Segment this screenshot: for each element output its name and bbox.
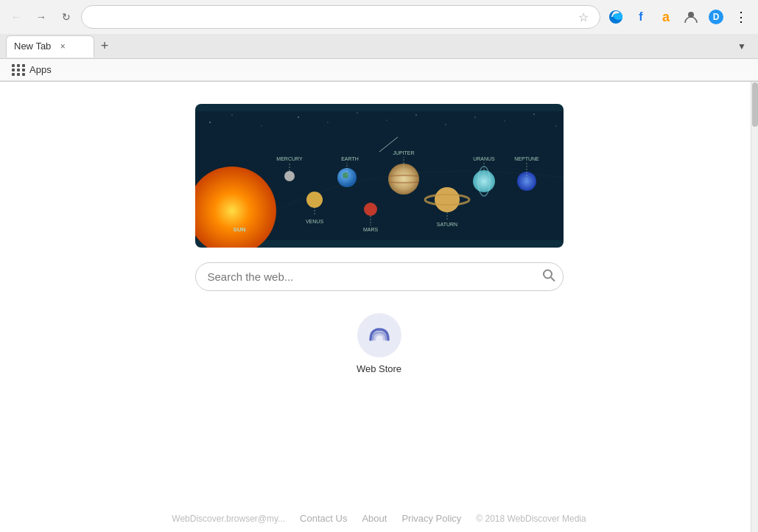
svg-point-11 [415, 114, 416, 115]
nav-bar: ← → ↻ ☆ f a [0, 0, 758, 34]
apps-label: Apps [29, 64, 52, 75]
svg-point-30 [364, 203, 377, 216]
more-icon: ⋮ [734, 9, 748, 25]
svg-point-6 [261, 126, 262, 127]
edge-icon [608, 9, 624, 25]
search-icon [541, 267, 556, 282]
account-icon [684, 10, 698, 24]
svg-point-15 [533, 113, 534, 114]
address-bar-container: ☆ [81, 5, 600, 29]
account-button[interactable] [680, 6, 702, 28]
tab-bar: New Tab × + ▼ [0, 34, 758, 59]
facebook-button[interactable]: f [630, 6, 652, 28]
bookmarks-bar: Apps [0, 59, 758, 81]
search-button[interactable] [541, 267, 556, 286]
refresh-button[interactable]: ↻ [56, 7, 77, 27]
search-input[interactable] [195, 262, 564, 291]
more-button[interactable]: ⋮ [730, 6, 752, 28]
svg-text:JUPITER: JUPITER [393, 150, 414, 155]
apps-grid-icon [12, 64, 26, 76]
web-store-label: Web Store [357, 363, 401, 374]
edge-icon-button[interactable] [605, 6, 627, 28]
shortcuts-area: Web Store [357, 313, 401, 374]
about-link[interactable]: About [362, 513, 387, 524]
scrollbar-thumb[interactable] [752, 83, 758, 127]
svg-point-41 [473, 170, 495, 192]
dash-icon: D [708, 9, 724, 25]
svg-point-13 [474, 116, 475, 117]
favorite-button[interactable]: ☆ [576, 10, 591, 24]
svg-point-5 [231, 114, 232, 115]
facebook-icon: f [639, 10, 642, 24]
apps-button[interactable]: Apps [7, 63, 56, 77]
svg-text:MARS: MARS [362, 227, 378, 232]
svg-point-37 [435, 187, 460, 212]
svg-point-23 [306, 192, 323, 208]
tab-label: New Tab [14, 41, 51, 52]
new-tab-button[interactable]: + [94, 36, 115, 57]
svg-text:SUN: SUN [233, 226, 245, 233]
solar-system-svg: SUN MERCURY VENUS EARTH MAR [195, 104, 564, 248]
amazon-icon: a [662, 10, 670, 25]
back-button[interactable]: ← [6, 7, 27, 27]
web-store-shortcut[interactable]: Web Store [357, 313, 401, 374]
svg-line-49 [551, 277, 555, 281]
svg-point-7 [298, 116, 298, 117]
footer: WebDiscover.browser@my... Contact Us Abo… [0, 504, 758, 532]
scrollbar-track[interactable] [751, 82, 758, 532]
dash-button[interactable]: D [705, 6, 727, 28]
privacy-policy-link[interactable]: Privacy Policy [401, 513, 461, 524]
svg-point-10 [386, 120, 387, 121]
forward-button[interactable]: → [31, 7, 52, 27]
svg-text:NEPTUNE: NEPTUNE [514, 156, 539, 161]
svg-text:D: D [713, 12, 720, 22]
solar-system-image: SUN MERCURY VENUS EARTH MAR [195, 104, 564, 248]
watermark-text: WebDiscover.browser@my... [172, 514, 285, 524]
tab-dropdown-button[interactable]: ▼ [731, 36, 752, 57]
copyright-text: © 2018 WebDiscover Media [476, 514, 586, 524]
webstore-arch-svg [365, 321, 394, 350]
tab-new-tab[interactable]: New Tab × [6, 35, 94, 57]
svg-text:VENUS: VENUS [305, 219, 323, 224]
svg-point-12 [445, 125, 446, 125]
svg-point-4 [209, 122, 211, 123]
svg-point-14 [504, 121, 505, 122]
tab-close-button[interactable]: × [57, 41, 69, 52]
svg-point-8 [327, 122, 328, 123]
browser-chrome: ← → ↻ ☆ f a [0, 0, 758, 82]
svg-point-16 [555, 126, 556, 127]
svg-text:MERCURY: MERCURY [276, 156, 303, 161]
contact-us-link[interactable]: Contact Us [300, 513, 347, 524]
amazon-button[interactable]: a [655, 6, 677, 28]
svg-point-45 [517, 172, 536, 191]
toolbar-icons: f a D ⋮ [605, 6, 752, 28]
svg-point-27 [343, 172, 348, 178]
content-area: SUN MERCURY VENUS EARTH MAR [0, 82, 758, 532]
svg-point-48 [544, 270, 552, 278]
address-input[interactable] [91, 11, 576, 23]
search-container [195, 262, 564, 291]
svg-text:EARTH: EARTH [341, 156, 359, 161]
svg-point-9 [357, 112, 357, 113]
svg-text:URANUS: URANUS [473, 156, 495, 161]
svg-text:SATURN: SATURN [436, 222, 457, 227]
web-store-icon [357, 313, 401, 357]
